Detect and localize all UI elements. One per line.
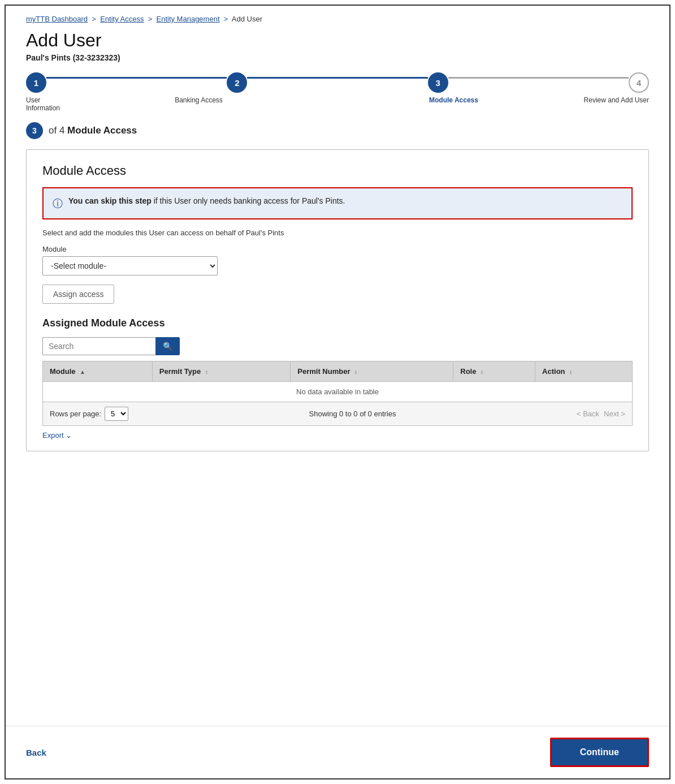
connector-3-4 xyxy=(448,77,629,79)
search-button[interactable]: 🔍 xyxy=(155,337,180,355)
description-text: Select and add the modules this User can… xyxy=(42,229,633,237)
module-access-card: Module Access ⓘ You can skip this step i… xyxy=(26,149,649,451)
sort-permit-number-icon[interactable]: ↕ xyxy=(354,369,357,375)
table-next-btn: Next > xyxy=(604,410,625,418)
connector-2-3 xyxy=(247,77,427,79)
no-data-row: No data available in table xyxy=(43,382,633,402)
continue-button[interactable]: Continue xyxy=(550,738,649,767)
assign-access-button[interactable]: Assign access xyxy=(42,285,114,304)
table-footer: Rows per page: 5 Showing 0 to 0 of 0 ent… xyxy=(42,402,633,426)
search-input[interactable] xyxy=(42,337,155,355)
step-2-label: Banking Access xyxy=(71,96,326,112)
module-table: Module ▲ Permit Type ↕ Permit Number ↕ R… xyxy=(42,361,633,402)
col-permit-number: Permit Number ↕ xyxy=(291,361,453,382)
table-back-btn: < Back xyxy=(577,410,599,418)
step-heading-label: Module Access xyxy=(67,125,137,136)
main-content: myTTB Dashboard > Entity Access > Entity… xyxy=(6,6,669,726)
breadcrumb-entity-access[interactable]: Entity Access xyxy=(100,15,144,23)
export-row: Export ⌄ xyxy=(42,430,633,440)
sort-module-icon[interactable]: ▲ xyxy=(80,369,85,375)
assigned-section-title: Assigned Module Access xyxy=(42,317,633,329)
breadcrumb: myTTB Dashboard > Entity Access > Entity… xyxy=(26,15,649,23)
step-4-label: Review and Add User xyxy=(581,96,649,112)
sort-permit-type-icon[interactable]: ↕ xyxy=(205,369,208,375)
step-1-circle: 1 xyxy=(26,72,46,93)
pagination-nav: < Back Next > xyxy=(577,410,625,418)
page-container: myTTB Dashboard > Entity Access > Entity… xyxy=(5,5,670,779)
footer-bar: Back Continue xyxy=(6,726,669,778)
search-row: 🔍 xyxy=(42,337,633,355)
col-module: Module ▲ xyxy=(43,361,153,382)
page-title: Add User xyxy=(26,30,649,51)
entity-subtitle: Paul's Pints (32-3232323) xyxy=(26,53,649,62)
no-data-text: No data available in table xyxy=(43,382,633,402)
step-3-circle: 3 xyxy=(428,72,448,93)
showing-text: Showing 0 to 0 of 0 entries xyxy=(309,410,396,418)
step-1-label: User Information xyxy=(26,96,71,112)
step-3-label: Module Access xyxy=(326,96,581,112)
stepper: 1 2 3 4 User Information xyxy=(26,72,649,112)
export-link[interactable]: Export ⌄ xyxy=(42,431,72,440)
rows-label: Rows per page: xyxy=(50,410,101,418)
breadcrumb-current: Add User xyxy=(232,15,262,23)
connector-1-2 xyxy=(46,77,227,79)
step-heading: 3 of 4 Module Access xyxy=(26,122,649,139)
step-badge: 3 xyxy=(26,122,43,139)
rows-select[interactable]: 5 xyxy=(105,407,128,421)
rows-per-page: Rows per page: 5 xyxy=(50,407,128,421)
step-2-circle: 2 xyxy=(227,72,247,93)
breadcrumb-mytbb[interactable]: myTTB Dashboard xyxy=(26,15,88,23)
module-select[interactable]: -Select module- xyxy=(42,256,218,275)
sort-role-icon[interactable]: ↕ xyxy=(481,369,483,375)
sort-action-icon[interactable]: ↕ xyxy=(569,369,572,375)
info-box: ⓘ You can skip this step if this User on… xyxy=(42,187,633,219)
back-button[interactable]: Back xyxy=(26,748,46,757)
col-role: Role ↕ xyxy=(453,361,535,382)
search-icon: 🔍 xyxy=(163,342,172,351)
info-box-text: You can skip this step if this User only… xyxy=(68,196,345,205)
module-label: Module xyxy=(42,245,633,253)
info-icon: ⓘ xyxy=(53,197,63,210)
breadcrumb-entity-management[interactable]: Entity Management xyxy=(157,15,220,23)
step-of-text: of 4 xyxy=(49,125,67,136)
col-permit-type: Permit Type ↕ xyxy=(152,361,291,382)
card-title: Module Access xyxy=(42,163,633,178)
col-action: Action ↕ xyxy=(535,361,633,382)
step-4-circle: 4 xyxy=(629,72,649,93)
